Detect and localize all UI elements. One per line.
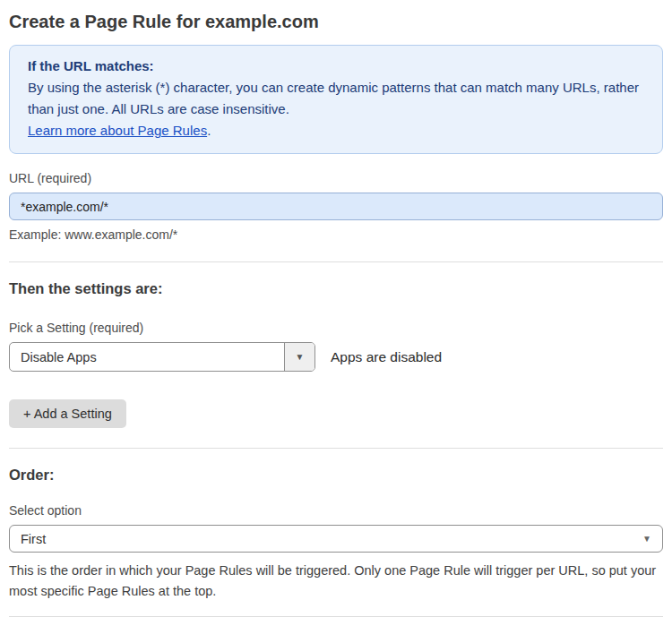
info-box-body: By using the asterisk (*) character, you…: [28, 77, 644, 120]
url-match-info-box: If the URL matches: By using the asteris…: [9, 45, 663, 154]
setting-row: Disable Apps ▼ Apps are disabled: [9, 342, 663, 372]
pick-setting-label: Pick a Setting (required): [9, 321, 663, 335]
link-suffix: .: [207, 123, 211, 138]
order-select-label: Select option: [9, 503, 663, 518]
setting-status-text: Apps are disabled: [331, 349, 442, 365]
divider: [9, 261, 663, 262]
order-section-heading: Order:: [9, 467, 663, 484]
caret-down-icon: ▼: [642, 534, 651, 544]
divider: [9, 448, 663, 449]
add-setting-button[interactable]: + Add a Setting: [9, 399, 126, 428]
page-title: Create a Page Rule for example.com: [9, 0, 663, 32]
url-example-helper: Example: www.example.com/*: [9, 227, 663, 242]
url-field-label: URL (required): [9, 171, 663, 185]
settings-section-heading: Then the settings are:: [9, 280, 663, 297]
order-helper-text: This is the order in which your Page Rul…: [9, 561, 663, 602]
caret-down-icon[interactable]: ▼: [284, 343, 314, 371]
url-input[interactable]: [9, 193, 663, 220]
setting-dropdown[interactable]: Disable Apps ▼: [9, 342, 315, 372]
order-select-value: First: [21, 532, 46, 546]
info-box-heading: If the URL matches:: [28, 56, 644, 77]
info-link-row: Learn more about Page Rules.: [28, 120, 644, 141]
order-select[interactable]: First ▼: [9, 525, 663, 553]
setting-dropdown-value: Disable Apps: [10, 343, 284, 371]
learn-more-link[interactable]: Learn more about Page Rules: [28, 123, 207, 138]
